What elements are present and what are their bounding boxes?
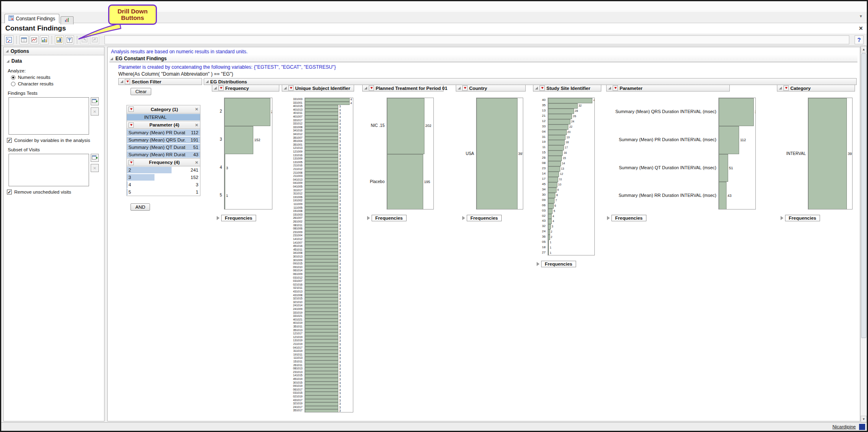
- histogram-bar[interactable]: [305, 280, 338, 284]
- histogram-bar[interactable]: [548, 235, 550, 240]
- scroll-up-icon[interactable]: ▲: [861, 46, 867, 52]
- histogram-bar[interactable]: [548, 209, 553, 214]
- scroll-down-icon[interactable]: ▼: [861, 416, 867, 422]
- subset-of-visits-list[interactable]: [9, 154, 89, 186]
- histogram-bar[interactable]: [305, 245, 338, 249]
- report-icon[interactable]: [4, 35, 13, 44]
- chart-icon[interactable]: [55, 35, 64, 44]
- histogram-bar[interactable]: [305, 242, 338, 245]
- filter-chart-icon[interactable]: [65, 35, 74, 44]
- histogram-bar[interactable]: [305, 339, 338, 343]
- checkbox-checked-icon[interactable]: ✓: [7, 190, 12, 194]
- histogram-bar[interactable]: [305, 294, 338, 298]
- histogram-bar[interactable]: [305, 207, 338, 210]
- frequencies-button-frequency[interactable]: Frequencies: [217, 215, 256, 221]
- add-findings-tests-button[interactable]: [91, 97, 99, 105]
- histogram-bar[interactable]: [305, 301, 338, 305]
- histogram-bar[interactable]: [476, 98, 518, 209]
- chart-menu-icon[interactable]: [462, 85, 468, 91]
- histogram-bar[interactable]: [548, 172, 559, 177]
- chart-header-category[interactable]: Category: [777, 85, 855, 92]
- histogram-bar[interactable]: [305, 388, 338, 392]
- histogram-bar[interactable]: [305, 161, 338, 165]
- histogram-bar[interactable]: [305, 319, 338, 322]
- histogram-bar[interactable]: [305, 374, 338, 378]
- histogram-bar[interactable]: [305, 297, 338, 301]
- histogram-bar[interactable]: [305, 168, 338, 172]
- histogram-bar[interactable]: [305, 157, 338, 161]
- chart-header-study-site-identifier[interactable]: Study Site Identifier: [533, 85, 601, 92]
- data-section-header[interactable]: Data: [7, 58, 104, 64]
- chart-menu-icon[interactable]: [369, 85, 374, 91]
- histogram-bar[interactable]: [305, 287, 338, 290]
- histogram-bar[interactable]: [224, 98, 270, 126]
- histogram-bar[interactable]: [548, 214, 552, 219]
- histogram-bar[interactable]: [548, 109, 574, 114]
- checkbox-checked-icon[interactable]: ✓: [7, 138, 12, 143]
- histogram-bar[interactable]: [305, 273, 338, 277]
- histogram-bar[interactable]: [548, 156, 562, 161]
- histogram-bar[interactable]: [305, 196, 338, 200]
- histogram-bar[interactable]: [305, 144, 338, 147]
- disclosure-open-icon[interactable]: [535, 87, 538, 89]
- histogram-bar[interactable]: [548, 166, 560, 172]
- histogram-bar[interactable]: [548, 245, 549, 251]
- dropdown-icon[interactable]: ▼: [859, 14, 863, 18]
- histogram-bar[interactable]: [305, 203, 338, 207]
- histogram-bar[interactable]: [548, 240, 549, 245]
- histogram-bar[interactable]: [305, 179, 338, 182]
- histogram-bar[interactable]: [305, 133, 338, 137]
- vertical-scrollbar[interactable]: ▲ ▼: [860, 46, 867, 422]
- histogram-bar[interactable]: [305, 102, 350, 105]
- histogram-bar[interactable]: [305, 336, 338, 340]
- histogram-bar[interactable]: [224, 182, 225, 209]
- chart-menu-icon[interactable]: [783, 85, 789, 91]
- histogram-bar[interactable]: [719, 154, 728, 182]
- histogram-bar[interactable]: [305, 347, 338, 350]
- histogram-bar[interactable]: [305, 325, 338, 329]
- options-header[interactable]: Options: [4, 47, 104, 55]
- histogram-bar[interactable]: [305, 308, 338, 312]
- disclosure-open-icon[interactable]: [214, 87, 217, 89]
- histogram-bar[interactable]: [305, 255, 338, 259]
- histogram-bar[interactable]: [305, 409, 338, 412]
- histogram-bar[interactable]: [305, 262, 338, 266]
- histogram-bar[interactable]: [305, 252, 338, 255]
- histogram-bar[interactable]: [224, 154, 225, 182]
- disclosure-open-icon[interactable]: [7, 60, 9, 63]
- histogram-bar[interactable]: [305, 402, 338, 406]
- histogram-bar[interactable]: [305, 98, 350, 102]
- histogram-bar[interactable]: [305, 220, 338, 224]
- histogram-bar[interactable]: [548, 103, 578, 109]
- histogram-bar[interactable]: [548, 251, 549, 255]
- histogram-bar[interactable]: [305, 122, 338, 126]
- histogram-bar[interactable]: [305, 395, 338, 399]
- histogram-bar[interactable]: [387, 98, 424, 154]
- remove-unscheduled-checkbox[interactable]: ✓ Remove unscheduled visits: [7, 190, 101, 194]
- frequencies-button-planned-treatment-for-period-01[interactable]: Frequencies: [367, 215, 407, 221]
- histogram-bar[interactable]: [548, 114, 572, 119]
- histogram-bar[interactable]: [305, 210, 338, 214]
- frequencies-button-category[interactable]: Frequencies: [781, 215, 820, 221]
- radio-unselected-icon[interactable]: [11, 82, 15, 86]
- radio-numeric-results[interactable]: Numeric results: [11, 75, 104, 80]
- histogram-bar[interactable]: [305, 129, 338, 133]
- histogram-bar[interactable]: [548, 188, 557, 193]
- panel-splitter[interactable]: [104, 46, 107, 422]
- histogram-bar[interactable]: [305, 185, 338, 189]
- histogram-bar[interactable]: [305, 175, 338, 179]
- disclosure-closed-icon[interactable]: [607, 216, 610, 220]
- histogram-bar[interactable]: [224, 126, 253, 154]
- histogram-bar[interactable]: [305, 259, 338, 263]
- histogram-bar[interactable]: [305, 109, 338, 112]
- histogram-bar[interactable]: [305, 371, 338, 375]
- disclosure-closed-icon[interactable]: [781, 216, 783, 220]
- histogram-bar[interactable]: [808, 98, 847, 209]
- histogram-bar[interactable]: [548, 119, 570, 124]
- chart-header-unique-subject-identifier[interactable]: Unique Subject Identifier: [282, 85, 354, 92]
- histogram-bar[interactable]: [305, 312, 338, 315]
- histogram-bar[interactable]: [548, 193, 555, 198]
- histogram-bar[interactable]: [387, 154, 423, 210]
- histogram-bar[interactable]: [305, 350, 338, 353]
- histogram-bar[interactable]: [548, 182, 557, 188]
